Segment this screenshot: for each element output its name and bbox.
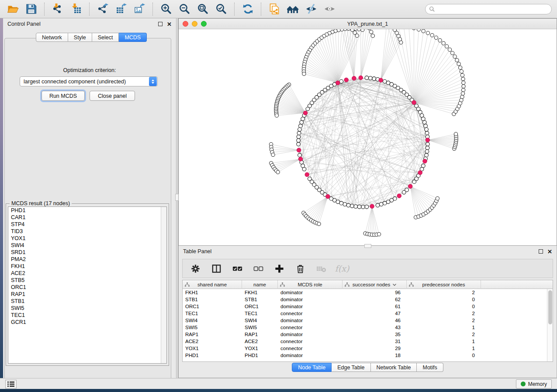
mcds-result-item[interactable]: SRD1 — [8, 249, 166, 256]
table-row[interactable]: SWI5SWI5connector431 — [183, 324, 553, 331]
optimization-criterion-dropdown[interactable]: largest connected component (undirected) — [20, 76, 158, 86]
table-row[interactable]: SWI4SWI4dominator462 — [183, 317, 553, 324]
mcds-result-item[interactable]: ACE2 — [8, 270, 166, 277]
open-file-icon[interactable] — [6, 2, 20, 16]
table-scrollbar[interactable] — [547, 289, 553, 361]
network-window-title: YPA_prune.txt_1 — [179, 21, 557, 27]
tab-select[interactable]: Select — [92, 33, 119, 42]
zoom-out-icon[interactable] — [177, 2, 191, 16]
mcds-result-item[interactable]: SWI5 — [8, 305, 166, 312]
table-cell: 2 — [407, 331, 481, 338]
mcds-result-item[interactable]: ORC1 — [8, 284, 166, 291]
divider-grip-horizontal-icon[interactable] — [364, 244, 371, 248]
mcds-result-item[interactable]: STB1 — [8, 298, 166, 305]
import-table-icon[interactable] — [69, 2, 83, 16]
refresh-layout-icon[interactable] — [241, 2, 255, 16]
mcds-result-item[interactable]: FKH1 — [8, 263, 166, 270]
table-row[interactable]: STB1STB1dominator620 — [183, 296, 553, 303]
table-cell: YOX1 — [242, 345, 278, 352]
first-neighbors-icon[interactable] — [286, 2, 300, 16]
mcds-result-item[interactable]: STP4 — [8, 221, 166, 228]
add-column-icon[interactable] — [273, 263, 285, 274]
export-image-icon[interactable] — [132, 2, 146, 16]
table-row[interactable]: FKH1FKH1dominator962 — [183, 289, 553, 296]
close-table-panel-icon[interactable]: ✕ — [547, 249, 552, 254]
memory-button[interactable]: Memory — [516, 379, 552, 389]
tab-style[interactable]: Style — [68, 33, 92, 42]
select-all-columns-icon[interactable] — [232, 263, 243, 274]
column-header-name[interactable]: name — [242, 280, 278, 289]
tab-node-table[interactable]: Node Table — [292, 363, 332, 372]
zoom-selected-icon[interactable] — [214, 2, 228, 16]
table-cell: connector — [278, 324, 343, 331]
save-session-icon[interactable] — [24, 2, 38, 16]
zoom-in-icon[interactable] — [159, 2, 173, 16]
mcds-result-item[interactable]: CAR1 — [8, 214, 166, 221]
export-table-icon[interactable] — [114, 2, 128, 16]
close-panel-button[interactable]: Close panel — [90, 91, 135, 101]
mcds-result-list[interactable]: PHD1CAR1STP4TID3YOX1SWI4SRD1PMA2FKH1ACE2… — [8, 206, 167, 364]
delete-column-icon[interactable] — [294, 263, 306, 274]
tab-network[interactable]: Network — [36, 33, 68, 42]
mcds-result-item[interactable]: RAP1 — [8, 291, 166, 298]
export-network-icon[interactable] — [96, 2, 110, 16]
table-cell: 0 — [407, 352, 481, 359]
table-row[interactable]: PHD1PHD1dominator180 — [183, 352, 553, 359]
table-scrollbar-thumb[interactable] — [548, 290, 552, 324]
mcds-result-item[interactable]: STB5 — [8, 277, 166, 284]
show-all-icon[interactable] — [322, 2, 336, 16]
table-cell: PHD1 — [242, 352, 278, 359]
mcds-result-item[interactable]: YOX1 — [8, 235, 166, 242]
table-cell: 61 — [343, 303, 407, 310]
mcds-result-item[interactable]: GCR1 — [8, 319, 166, 326]
table-body: FKH1FKH1dominator962STB1STB1dominator620… — [183, 289, 553, 359]
column-header-label: successor nodes — [353, 282, 390, 287]
status-list-button[interactable] — [5, 380, 17, 389]
table-row[interactable]: ORC1ORC1dominator610 — [183, 303, 553, 310]
column-header-successor-nodes[interactable]: successor nodes — [343, 280, 407, 289]
table-row[interactable]: ACE2ACE2connector311 — [183, 338, 553, 345]
mcds-result-title: MCDS result (17 nodes) — [10, 200, 72, 206]
toggle-columns-icon[interactable] — [211, 263, 222, 274]
close-panel-icon[interactable]: ✕ — [167, 21, 172, 27]
tab-edge-table[interactable]: Edge Table — [332, 363, 370, 372]
hide-selected-icon[interactable] — [304, 2, 318, 16]
float-panel-icon[interactable] — [158, 22, 163, 26]
zoom-fit-icon[interactable] — [196, 2, 210, 16]
unselect-all-columns-icon[interactable] — [253, 263, 264, 274]
table-cell: ACE2 — [183, 338, 242, 345]
table-row[interactable]: YOX1YOX1connector291 — [183, 345, 553, 352]
network-window-titlebar[interactable]: YPA_prune.txt_1 — [179, 19, 557, 29]
float-table-panel-icon[interactable] — [539, 249, 543, 254]
tab-motifs[interactable]: Motifs — [417, 363, 443, 372]
mcds-result-item[interactable]: PHD1 — [8, 207, 166, 214]
search-box[interactable] — [425, 4, 552, 14]
tab-mcds[interactable]: MCDS — [119, 33, 147, 42]
clone-network-icon[interactable] — [267, 2, 281, 16]
mcds-list-scrollbar[interactable] — [161, 207, 166, 363]
table-row[interactable]: RAP1RAP1dominator352 — [183, 331, 553, 338]
column-header-MCDS-role[interactable]: MCDS role — [278, 280, 343, 289]
node-table[interactable]: shared namenameMCDS rolesuccessor nodesp… — [182, 280, 553, 362]
table-cell: RAP1 — [183, 331, 242, 338]
mcds-result-item[interactable]: PMA2 — [8, 256, 166, 263]
search-input[interactable] — [437, 5, 551, 14]
mcds-result-item[interactable]: TID3 — [8, 228, 166, 235]
table-row[interactable]: TEC1TEC1connector472 — [183, 310, 553, 317]
network-graph[interactable] — [179, 29, 557, 245]
tab-network-table[interactable]: Network Table — [371, 363, 417, 372]
table-cell: dominator — [278, 331, 343, 338]
import-network-icon[interactable] — [51, 2, 65, 16]
mcds-result-item[interactable]: TEC1 — [8, 312, 166, 319]
column-header-predecessor-nodes[interactable]: predecessor nodes — [407, 280, 481, 289]
toolbar-separator — [261, 3, 261, 16]
network-view-window: YPA_prune.txt_1 — [178, 18, 557, 246]
toolbar-separator — [234, 3, 235, 16]
run-mcds-button[interactable]: Run MCDS — [42, 91, 85, 101]
column-header-shared-name[interactable]: shared name — [183, 280, 242, 289]
column-namespace-icon — [280, 282, 285, 288]
table-panel-title: Table Panel — [183, 248, 211, 254]
mcds-result-item[interactable]: SWI4 — [8, 242, 166, 249]
network-graph-canvas[interactable] — [179, 29, 557, 245]
table-settings-icon[interactable] — [190, 263, 201, 274]
